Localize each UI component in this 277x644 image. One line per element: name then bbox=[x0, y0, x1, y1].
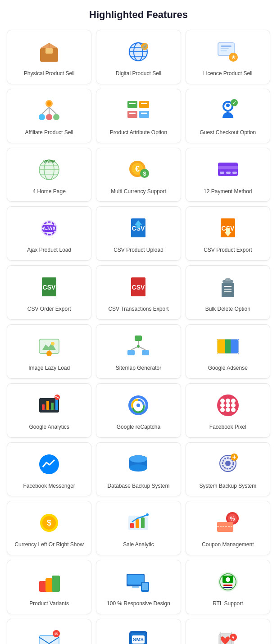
coupon-management-label: Coupon Management bbox=[202, 541, 254, 549]
feature-card-digital-product-sell: 🔗 Digital Product Sell bbox=[96, 30, 181, 84]
feature-card-sale-analytic: Sale Analytic bbox=[96, 501, 181, 555]
svg-point-114 bbox=[220, 403, 225, 408]
4-home-page-icon: WWW bbox=[36, 156, 63, 183]
feature-card-12-payment-method: 12 Payment Method bbox=[186, 148, 270, 202]
csv-order-export-label: CSV Order Export bbox=[27, 305, 71, 313]
google-recaptcha-label: Google reCaptcha bbox=[117, 423, 160, 431]
svg-text:✉: ✉ bbox=[54, 631, 58, 636]
svg-text:✓: ✓ bbox=[232, 100, 236, 105]
feature-card-currency-left-or-right-show: $ Currency Left Or Right Show bbox=[7, 501, 91, 555]
sale-analytic-icon bbox=[125, 509, 152, 536]
svg-rect-102 bbox=[51, 403, 54, 410]
svg-point-19 bbox=[47, 101, 51, 106]
svg-rect-27 bbox=[139, 101, 149, 108]
google-adsense-icon bbox=[214, 333, 241, 360]
feature-card-ajax-product-load: AJAX Ajax Product Load bbox=[7, 206, 91, 261]
svg-text:♥: ♥ bbox=[232, 635, 235, 640]
csv-order-export-icon: CSV bbox=[36, 274, 63, 301]
svg-point-83 bbox=[46, 351, 52, 356]
system-backup-system-label: System Backup System bbox=[199, 482, 256, 490]
licence-product-sell-label: Licence Product Sell bbox=[203, 70, 252, 77]
features-grid: Physical Product Sell 🔗 Digital Product … bbox=[7, 30, 270, 644]
feature-card-product-variants: Product Variants bbox=[7, 560, 91, 614]
svg-point-115 bbox=[226, 403, 230, 408]
multi-currency-support-label: Multi Currency Support bbox=[111, 188, 166, 195]
email-notification-icon: ✉ bbox=[36, 627, 63, 644]
page-wrapper: Highlighted Features Physical Product Se… bbox=[0, 0, 277, 644]
svg-rect-54 bbox=[232, 172, 237, 174]
svg-rect-133 bbox=[130, 523, 134, 528]
affiliate-product-sell-label: Affiliate Product Sell bbox=[25, 129, 73, 136]
csv-product-upload-label: CSV Product Upload bbox=[114, 246, 163, 254]
feature-card-csv-transactions-export: CSV CSV Transactions Export bbox=[96, 265, 181, 320]
svg-text:🔗: 🔗 bbox=[142, 44, 148, 50]
12-payment-method-label: 12 Payment Method bbox=[204, 188, 252, 195]
svg-rect-100 bbox=[42, 404, 45, 410]
sitemap-generator-icon bbox=[125, 333, 152, 360]
svg-rect-26 bbox=[127, 101, 137, 108]
svg-rect-31 bbox=[141, 103, 147, 104]
feature-card-email-notification: ✉ Email Notification bbox=[7, 619, 91, 644]
google-adsense-label: Google Adsense bbox=[208, 364, 248, 372]
facebook-messenger-icon bbox=[36, 451, 63, 478]
svg-text:★: ★ bbox=[231, 54, 236, 60]
svg-rect-30 bbox=[129, 103, 136, 104]
svg-rect-154 bbox=[223, 585, 232, 586]
svg-rect-74 bbox=[222, 283, 234, 297]
affiliate-product-sell-icon bbox=[36, 97, 63, 124]
feature-card-coupon-management: % Coupon Management bbox=[186, 501, 270, 555]
svg-rect-32 bbox=[129, 113, 136, 114]
feature-card-physical-product-sell: Physical Product Sell bbox=[7, 30, 91, 84]
feature-card-affiliate-product-sell: Affiliate Product Sell bbox=[7, 89, 91, 143]
feature-card-product-attribute-option: Product Attribute Option bbox=[96, 89, 181, 143]
svg-text:CSV: CSV bbox=[43, 284, 56, 291]
svg-point-119 bbox=[231, 408, 236, 412]
svg-point-91 bbox=[137, 345, 140, 348]
svg-rect-149 bbox=[142, 583, 148, 590]
guest-checkout-option-icon: ✓ bbox=[214, 97, 241, 124]
svg-line-23 bbox=[49, 107, 56, 114]
svg-rect-51 bbox=[218, 166, 238, 169]
svg-text:WWW: WWW bbox=[43, 159, 55, 163]
svg-rect-135 bbox=[141, 517, 145, 528]
feature-card-100-responsive-design: 100 % Responsive Design bbox=[96, 560, 181, 614]
svg-point-21 bbox=[53, 114, 59, 120]
svg-text:€: € bbox=[135, 164, 140, 173]
4-home-page-label: 4 Home Page bbox=[32, 188, 65, 195]
feature-card-licence-product-sell: ★ Licence Product Sell bbox=[186, 30, 270, 84]
feature-card-google-analytics: Google Analytics bbox=[7, 383, 91, 438]
feature-card-sms-notification: SMS SMS Notification bbox=[96, 619, 181, 644]
svg-rect-29 bbox=[139, 111, 149, 118]
sitemap-generator-label: Sitemap Generator bbox=[116, 364, 161, 372]
feature-card-rtl-support: RTL Support bbox=[186, 560, 270, 614]
product-attribute-option-icon bbox=[125, 97, 152, 124]
svg-rect-144 bbox=[52, 576, 60, 592]
svg-text:AJAX: AJAX bbox=[42, 226, 56, 231]
multi-currency-support-icon: € $ bbox=[125, 156, 152, 183]
svg-point-153 bbox=[226, 577, 230, 582]
ajax-product-load-label: Ajax Product Load bbox=[27, 246, 71, 254]
svg-point-24 bbox=[46, 114, 52, 120]
digital-product-sell-icon: 🔗 bbox=[125, 38, 152, 65]
svg-rect-15 bbox=[221, 50, 227, 51]
svg-rect-93 bbox=[217, 339, 225, 354]
svg-point-36 bbox=[226, 104, 230, 107]
facebook-pixel-icon bbox=[214, 392, 241, 419]
ajax-product-load-icon: AJAX bbox=[36, 215, 63, 242]
svg-rect-85 bbox=[135, 336, 142, 341]
svg-rect-103 bbox=[55, 399, 58, 410]
currency-left-or-right-show-icon: $ bbox=[36, 509, 63, 536]
feature-card-product-wishlist: ♥ Product Wishlist bbox=[186, 619, 270, 644]
svg-point-108 bbox=[136, 404, 140, 407]
svg-point-136 bbox=[146, 513, 149, 516]
rtl-support-icon bbox=[214, 568, 241, 595]
svg-point-111 bbox=[220, 399, 225, 403]
feature-card-csv-product-export: CSV CSV Product Export bbox=[186, 206, 270, 261]
feature-card-sitemap-generator: Sitemap Generator bbox=[96, 324, 181, 379]
feature-card-google-recaptcha: Google reCaptcha bbox=[96, 383, 181, 438]
svg-rect-2 bbox=[45, 48, 53, 54]
svg-point-124 bbox=[129, 455, 147, 463]
google-analytics-icon bbox=[36, 392, 63, 419]
bulk-delete-option-icon bbox=[214, 274, 241, 301]
100-responsive-design-label: 100 % Responsive Design bbox=[107, 600, 170, 608]
